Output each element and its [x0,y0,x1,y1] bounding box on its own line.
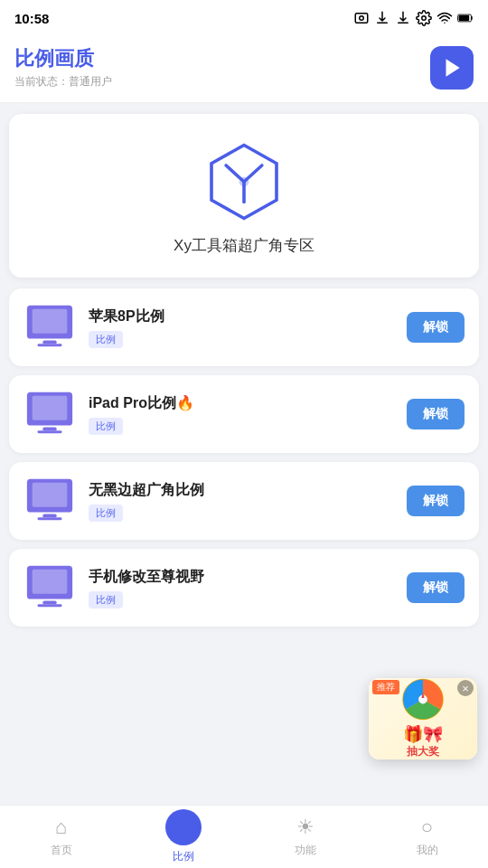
svg-point-1 [360,16,364,21]
item-name-0: 苹果8P比例 [89,307,407,326]
banner-icon [203,141,285,222]
svg-rect-21 [33,483,68,507]
battery-icon [457,10,474,26]
item-tag-1: 比例 [89,418,123,435]
wifi-icon [436,10,453,26]
download-icon-2 [395,10,411,26]
ad-label: 推荐 [372,680,399,694]
item-info-2: 无黑边超广角比例 比例 [89,481,407,522]
list-item: 苹果8P比例 比例 解锁 [9,288,479,366]
list-item: iPad Pro比例🔥 比例 解锁 [9,375,479,453]
svg-rect-13 [33,309,68,334]
svg-rect-18 [42,428,56,431]
download-icon-1 [374,10,390,26]
photo-icon [353,10,370,26]
svg-point-11 [239,177,249,187]
unlock-button-0[interactable]: 解锁 [407,312,465,343]
unlock-button-1[interactable]: 解锁 [407,399,465,429]
app-title: 比例画质 [14,45,112,72]
unlock-button-2[interactable]: 解锁 [407,486,465,516]
svg-rect-0 [355,14,368,24]
item-name-3: 手机修改至尊视野 [89,568,407,587]
compass-icon: ◎ [176,817,191,837]
status-icons [353,10,474,26]
status-time: 10:58 [14,11,49,26]
svg-rect-22 [42,514,56,518]
item-tag-3: 比例 [89,591,123,609]
status-bar: 10:58 [0,0,488,36]
banner-title: Xy工具箱超广角专区 [174,235,314,256]
item-icon-2 [23,475,76,527]
banner: Xy工具箱超广角专区 [9,114,479,278]
list-item: 无黑边超广角比例 比例 解锁 [9,462,479,540]
svg-rect-19 [37,430,61,433]
person-icon: ○ [421,816,433,839]
item-icon-0 [23,301,76,354]
list-item: 手机修改至尊视野 比例 解锁 [9,549,479,627]
settings-icon [416,10,432,26]
nav-item-function[interactable]: ☀ 功能 [244,806,366,868]
svg-rect-23 [37,517,61,520]
nav-label-home: 首页 [51,843,72,858]
item-icon-3 [23,561,76,614]
svg-rect-26 [42,601,56,605]
nav-item-mine[interactable]: ○ 我的 [366,806,488,868]
item-name-1: iPad Pro比例🔥 [89,394,407,413]
svg-rect-27 [37,604,61,607]
svg-rect-17 [33,396,68,420]
item-icon-1 [23,388,76,440]
nav-item-home[interactable]: ⌂ 首页 [0,806,122,868]
nav-label-mine: 我的 [417,843,438,858]
items-list: 苹果8P比例 比例 解锁 iPad Pro比例🔥 比例 解锁 无黑边超广角比例 … [0,288,488,627]
floating-ad[interactable]: × 推荐 🎁🎀 抽大奖 [369,678,477,760]
nav-label-function: 功能 [295,843,316,858]
item-info-0: 苹果8P比例 比例 [89,307,407,348]
play-icon [440,56,464,80]
ad-title: 抽大奖 [407,744,439,760]
item-tag-2: 比例 [89,505,123,522]
header: 比例画质 当前状态：普通用户 [0,36,488,103]
nav-active-circle: ◎ [165,809,202,845]
bulb-icon: ☀ [296,816,314,839]
svg-rect-25 [33,570,68,594]
svg-rect-15 [37,344,61,346]
item-info-1: iPad Pro比例🔥 比例 [89,394,407,435]
svg-point-2 [422,16,427,21]
nav-item-ratio[interactable]: ◎ 比例 [122,806,244,868]
unlock-button-3[interactable]: 解锁 [407,572,465,603]
nav-label-ratio: 比例 [173,849,194,864]
svg-rect-14 [42,341,56,344]
item-name-2: 无黑边超广角比例 [89,481,407,500]
ad-gifts-icon: 🎁🎀 [403,724,443,744]
wheel-icon [399,678,446,721]
play-button[interactable] [430,46,474,90]
home-icon: ⌂ [55,816,67,839]
svg-rect-5 [459,15,470,21]
bottom-nav: ⌂ 首页 ◎ 比例 ☀ 功能 ○ 我的 [0,805,488,868]
item-tag-0: 比例 [89,331,123,348]
user-status: 当前状态：普通用户 [14,74,112,90]
svg-marker-6 [446,59,460,77]
svg-point-3 [444,23,446,24]
item-info-3: 手机修改至尊视野 比例 [89,568,407,609]
ad-close-button[interactable]: × [457,680,474,696]
header-left: 比例画质 当前状态：普通用户 [14,45,112,90]
